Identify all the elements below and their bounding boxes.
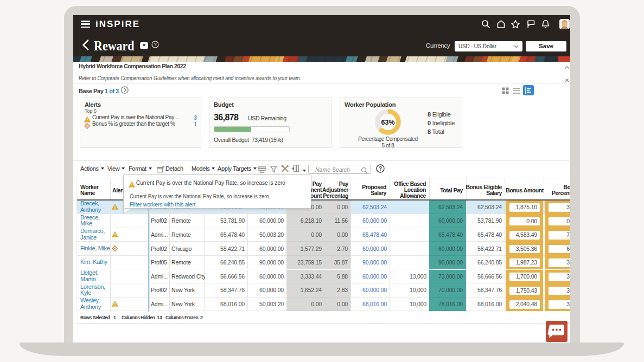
svg-text:?: ? xyxy=(379,165,382,172)
svg-text:63%: 63% xyxy=(381,119,394,126)
svg-text:?: ? xyxy=(154,42,156,47)
